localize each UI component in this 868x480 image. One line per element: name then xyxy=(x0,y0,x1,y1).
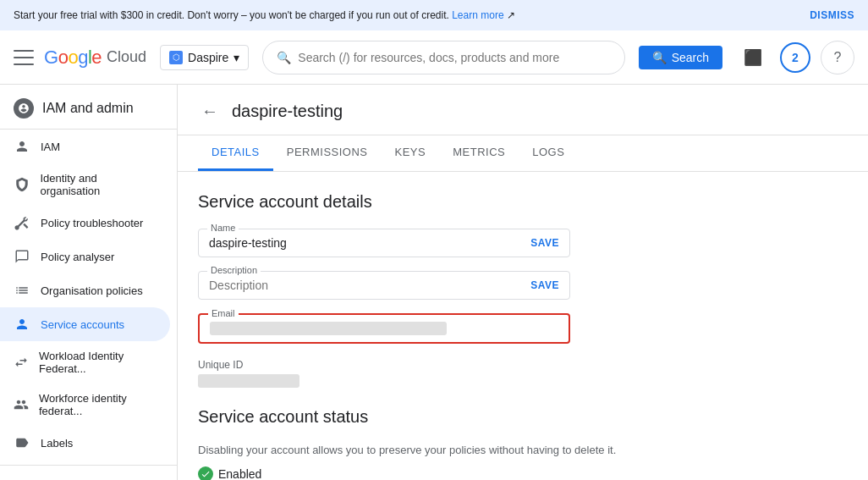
search-bar: 🔍 xyxy=(262,41,624,74)
labels-icon xyxy=(14,434,30,451)
sidebar-item-iam[interactable]: IAM xyxy=(0,130,170,163)
policy-troubleshooter-icon xyxy=(14,214,30,231)
header: Google Google Cloud Cloud ⬡ Daspire ▾ 🔍 … xyxy=(0,30,868,85)
policy-analyser-icon xyxy=(14,248,30,265)
unique-id-field-group: Unique ID xyxy=(198,357,848,390)
search-btn-icon: 🔍 xyxy=(652,51,667,64)
workforce-identity-icon xyxy=(14,396,29,413)
app-body: IAM and admin IAM Identity and organisat… xyxy=(0,85,868,480)
sidebar-item-policy-troubleshooter-label: Policy troubleshooter xyxy=(41,217,143,229)
sidebar-item-service-accounts-label: Service accounts xyxy=(41,318,124,331)
name-field-wrapper: Name SAVE xyxy=(198,229,570,257)
sidebar-item-org-policies[interactable]: Organisation policies xyxy=(0,273,170,307)
sidebar-item-policy-troubleshooter[interactable]: Policy troubleshooter xyxy=(0,206,170,240)
header-right: ⬛ 2 ? xyxy=(736,41,854,74)
name-save-button[interactable]: SAVE xyxy=(530,237,559,249)
status-description: Disabling your account allows you to pre… xyxy=(198,444,848,456)
description-field-wrapper: Description SAVE xyxy=(198,271,570,300)
status-section-title: Service account status xyxy=(198,407,848,427)
tab-keys[interactable]: KEYS xyxy=(382,135,440,171)
sidebar-item-labels[interactable]: Labels xyxy=(0,426,170,460)
sidebar-item-policy-analyser[interactable]: Policy analyser xyxy=(0,240,170,273)
email-label: Email xyxy=(208,308,239,318)
top-banner: Start your free trial with $300 in credi… xyxy=(0,0,868,30)
sidebar-item-service-accounts[interactable]: Service accounts xyxy=(0,307,170,341)
email-field-value xyxy=(210,322,558,335)
email-field-group: Email xyxy=(198,313,848,344)
sidebar-item-identity-org[interactable]: Identity and organisation xyxy=(0,163,170,206)
sidebar-item-workforce-identity-label: Workforce identity federat... xyxy=(39,392,157,417)
name-field-value: SAVE xyxy=(209,236,559,250)
project-name: Daspire xyxy=(188,51,228,64)
search-input[interactable] xyxy=(298,51,610,64)
sidebar-item-iam-label: IAM xyxy=(41,141,60,153)
email-field-wrapper: Email xyxy=(198,313,570,344)
header-left: Google Google Cloud Cloud xyxy=(14,47,146,69)
status-section: Service account status Disabling your ac… xyxy=(198,407,848,480)
tabs-bar: DETAILS PERMISSIONS KEYS METRICS LOGS xyxy=(178,135,868,172)
iam-icon xyxy=(14,138,30,155)
tab-details[interactable]: DETAILS xyxy=(198,135,273,171)
sidebar-divider xyxy=(0,465,177,466)
sidebar-item-org-policies-label: Organisation policies xyxy=(41,284,143,297)
section-title: Service account details xyxy=(198,192,848,212)
iam-admin-icon xyxy=(14,98,34,119)
name-input[interactable] xyxy=(209,236,530,250)
tab-logs[interactable]: LOGS xyxy=(519,135,578,171)
banner-text: Start your free trial with $300 in credi… xyxy=(14,9,515,21)
org-policies-icon xyxy=(14,282,30,299)
sidebar-item-manage-resources[interactable]: Manage resources xyxy=(0,471,170,480)
project-chevron: ▾ xyxy=(233,51,239,64)
sidebar: IAM and admin IAM Identity and organisat… xyxy=(0,85,178,480)
sidebar-item-labels-label: Labels xyxy=(41,437,73,450)
tab-metrics[interactable]: METRICS xyxy=(439,135,519,171)
terminal-button[interactable]: ⬛ xyxy=(736,41,770,74)
status-badge: Enabled xyxy=(198,466,848,480)
project-icon: ⬡ xyxy=(169,51,183,64)
service-accounts-icon xyxy=(14,316,30,333)
content-area: Service account details Name SAVE Descri… xyxy=(178,172,868,480)
description-save-button[interactable]: SAVE xyxy=(530,279,559,291)
name-label: Name xyxy=(207,223,239,233)
sidebar-heading: IAM and admin xyxy=(42,101,134,116)
page-header: ← daspire-testing xyxy=(178,85,868,135)
main-content: ← daspire-testing DETAILS PERMISSIONS KE… xyxy=(178,85,868,480)
search-button[interactable]: 🔍 Search xyxy=(639,46,722,69)
sidebar-item-workload-identity[interactable]: Workload Identity Federat... xyxy=(0,341,170,383)
unique-id-value-blurred xyxy=(198,374,299,388)
unique-id-label: Unique ID xyxy=(198,359,243,371)
sidebar-item-identity-label: Identity and organisation xyxy=(40,172,157,197)
status-label: Enabled xyxy=(218,467,261,480)
workload-identity-icon xyxy=(14,354,29,371)
sidebar-header: IAM and admin xyxy=(0,85,177,130)
sidebar-item-workload-identity-label: Workload Identity Federat... xyxy=(39,350,157,375)
email-value-blurred xyxy=(210,322,447,335)
dismiss-button[interactable]: DISMISS xyxy=(810,9,854,21)
description-label: Description xyxy=(207,265,261,275)
sidebar-item-policy-analyser-label: Policy analyser xyxy=(41,251,114,263)
page-title: daspire-testing xyxy=(232,102,343,121)
identity-org-icon xyxy=(14,176,30,193)
description-field-value: SAVE xyxy=(209,279,559,292)
help-button[interactable]: ? xyxy=(821,41,854,74)
notifications-button[interactable]: 2 xyxy=(780,42,810,73)
search-icon: 🔍 xyxy=(277,51,291,64)
tab-permissions[interactable]: PERMISSIONS xyxy=(273,135,382,171)
sidebar-item-workforce-identity[interactable]: Workforce identity federat... xyxy=(0,383,170,426)
name-field-group: Name SAVE xyxy=(198,229,848,257)
google-cloud-logo: Google Google Cloud Cloud xyxy=(44,47,146,69)
description-input[interactable] xyxy=(209,279,530,292)
menu-icon[interactable] xyxy=(14,50,34,65)
learn-more-link[interactable]: Learn more xyxy=(452,9,503,21)
project-selector[interactable]: ⬡ Daspire ▾ xyxy=(160,45,249,70)
enabled-status-icon xyxy=(198,466,213,480)
description-field-group: Description SAVE xyxy=(198,271,848,300)
back-button[interactable]: ← xyxy=(198,98,222,124)
